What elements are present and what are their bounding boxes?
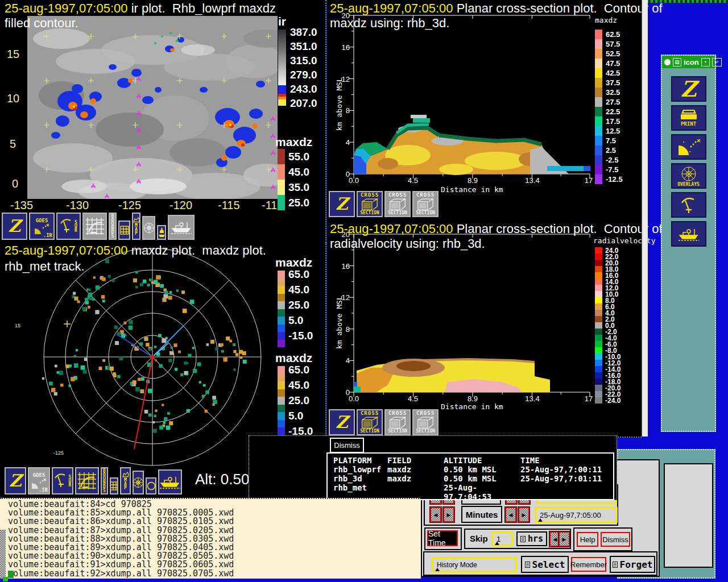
toolbar-button[interactable] xyxy=(75,467,99,494)
toolbar-button[interactable]: BOUNDS xyxy=(101,467,108,494)
x-tick-label: -11 xyxy=(262,199,277,212)
minutes-step-left-button[interactable]: ◀ xyxy=(430,507,441,522)
colorbar-ir-gradient xyxy=(278,30,286,85)
toolbar-button[interactable]: MAP xyxy=(132,213,140,240)
set-time-group: Set Time xyxy=(424,527,462,550)
toolbar-button[interactable]: Z xyxy=(5,467,26,494)
dock-button[interactable] xyxy=(671,192,706,218)
skip-forward-button[interactable]: ▶ xyxy=(559,531,570,547)
window-list-icon[interactable]: ▤ xyxy=(673,58,681,66)
toolbar-button[interactable] xyxy=(82,213,107,240)
table-row[interactable]: rhb_lowprfmaxdz0.50 km MSL25-Aug-97,7:00… xyxy=(328,465,613,474)
toolbar-button[interactable]: CROSS SECTION xyxy=(412,409,439,435)
colorbar-tick: 12.5 xyxy=(606,128,620,134)
colorbar-label: maxdz xyxy=(595,16,617,24)
colorbar-tick: 45.0 xyxy=(288,383,309,388)
history-mode-field[interactable]: History Mode xyxy=(432,557,517,572)
cross-section-cube-icon xyxy=(416,198,435,211)
toolbar-button[interactable]: MAP xyxy=(120,467,131,494)
toolbar-button[interactable]: Z xyxy=(329,409,355,435)
colorbar-swatch xyxy=(595,88,602,97)
dock-button[interactable] xyxy=(671,134,706,160)
window-menu-icon[interactable] xyxy=(664,59,671,65)
colorbar-tick: 32.5 xyxy=(606,90,620,95)
dock-button[interactable]: OVERLAYS xyxy=(671,163,706,189)
radar-ppi-display[interactable]: 15 -125 xyxy=(0,242,273,498)
table-row[interactable]: rhb_3dmaxdz0.50 km MSL25-Aug-97,7:01:11 xyxy=(328,474,613,483)
terminal-window[interactable]: volume:beaufait:84>cd 970825volume:beauf… xyxy=(0,498,421,579)
dismiss-button[interactable]: Dismiss xyxy=(601,532,630,547)
colorbar-tick: 5.0 xyxy=(288,413,303,419)
toolbar-button[interactable]: GOES .IR xyxy=(29,213,55,240)
dock-button[interactable]: PRINT xyxy=(671,105,706,131)
toolbar-button[interactable]: Z xyxy=(329,191,355,217)
icon-panel-titlebar: ▤ icon • ↵ xyxy=(662,56,715,68)
empty-panel xyxy=(664,463,713,568)
toolbar-button[interactable]: CROSS SECTION xyxy=(357,191,383,217)
minutes-unit-button[interactable]: Minutes xyxy=(461,506,502,523)
time-step-right-button[interactable]: ▶ xyxy=(518,507,530,522)
toolbar-button[interactable]: CROSS SECTION xyxy=(384,191,411,217)
window-title-line2: rhb_met track. xyxy=(5,259,85,274)
toolbar-button[interactable]: CROSS SECTION xyxy=(412,191,439,217)
colorbar-tick: -10.0 xyxy=(605,354,621,360)
colorbar-swatch xyxy=(278,278,285,286)
time-step-left-button[interactable]: ◀ xyxy=(505,507,516,522)
toolbar-button[interactable] xyxy=(158,469,182,494)
colorbar-tick: 17.5 xyxy=(606,119,620,124)
toolbar-button[interactable]: Z xyxy=(2,213,27,240)
x-tick-label: 13.4 xyxy=(525,176,539,185)
toolbar-button[interactable] xyxy=(133,471,144,494)
toolbar-button[interactable]: SUR xyxy=(52,467,73,494)
colorbar-tick: 35.0 xyxy=(288,185,309,190)
colorbar-tick: 25.0 xyxy=(288,398,309,404)
window-dot-button[interactable]: • xyxy=(701,58,710,66)
colorbar-swatch xyxy=(595,272,602,278)
toolbar-button[interactable] xyxy=(146,477,156,494)
skip-units-button[interactable]: hrs xyxy=(516,531,547,546)
toolbar-button[interactable]: GOES .IR xyxy=(28,467,50,494)
remember-button[interactable]: Remember xyxy=(571,557,606,572)
toolbar-button[interactable] xyxy=(157,225,166,240)
colorbar-tick: 6.0 xyxy=(605,304,615,310)
ir-satellite-image[interactable] xyxy=(27,16,278,199)
colorbar-swatch xyxy=(278,397,285,405)
colorbar-tick: 8.0 xyxy=(605,298,615,304)
toolbar-button[interactable]: BOUNDS xyxy=(109,213,117,240)
time-input-field[interactable]: 25-Aug-97,7:05:00 xyxy=(535,507,618,523)
toolbar-button[interactable] xyxy=(168,215,195,240)
cell-altitude: 0.50 km MSL xyxy=(444,474,520,483)
select-button[interactable]: Select xyxy=(521,556,569,573)
minutes-step-right-button[interactable]: ▶ xyxy=(443,507,454,522)
colorbar-tick: -2.0 xyxy=(605,329,617,335)
colorbar-swatch xyxy=(278,286,285,294)
toolbar-button[interactable]: CROSS SECTION xyxy=(357,409,383,435)
satellite-icon xyxy=(676,138,702,156)
colorbar-tick: 57.5 xyxy=(606,41,620,47)
forget-button[interactable]: Forget xyxy=(610,556,655,573)
toolbar-button[interactable] xyxy=(142,216,155,240)
colorbar-swatch xyxy=(595,174,602,184)
ship-icon xyxy=(677,227,700,242)
colorbar-swatch xyxy=(278,195,285,210)
toolbar-button[interactable]: CROSS SECTION xyxy=(384,409,411,435)
toolbar-button[interactable] xyxy=(110,477,118,494)
y-tick-label: 16 xyxy=(327,262,350,271)
cell-time xyxy=(520,483,613,501)
colorbar-tick: -12.5 xyxy=(606,177,623,182)
set-time-button[interactable]: Set Time xyxy=(427,530,458,546)
toolbar-button[interactable]: SUR xyxy=(56,213,81,240)
colorbar-tick: 27.5 xyxy=(606,99,620,105)
dock-button[interactable] xyxy=(671,221,706,247)
dock-button[interactable]: Z xyxy=(671,76,706,102)
toolbar-button[interactable] xyxy=(118,221,130,240)
x-tick-label: 8.9 xyxy=(468,176,478,185)
help-button[interactable]: Help xyxy=(577,532,598,547)
icon-panel-buttons: ZPRINTOVERLAYS xyxy=(662,68,715,431)
plot-windows-right-scrollbar[interactable] xyxy=(642,0,648,436)
window-return-button[interactable]: ↵ xyxy=(712,58,722,66)
skip-input-field[interactable]: 1 xyxy=(491,531,513,546)
colorbar-swatch xyxy=(278,374,285,382)
table-dismiss-button[interactable]: Dismiss xyxy=(330,438,364,453)
terminal-scrollbar[interactable] xyxy=(0,530,6,579)
